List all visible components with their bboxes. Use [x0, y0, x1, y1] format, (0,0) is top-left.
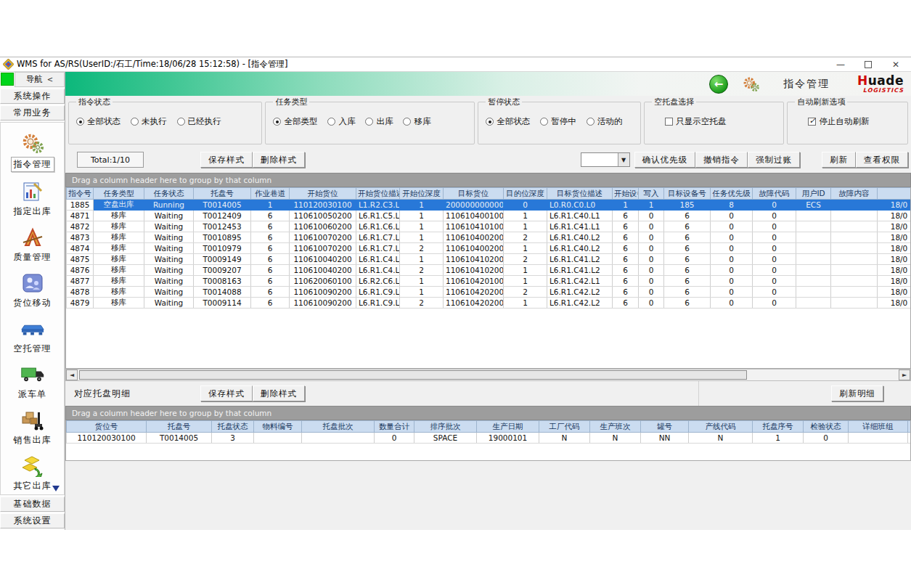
nav-header[interactable]: 导航 <	[15, 72, 65, 87]
radio-icon[interactable]	[177, 118, 185, 126]
pallet-detail-row[interactable]: 110120030100T001400530SPACE19000101NNNNN…	[67, 433, 911, 444]
radio-出库[interactable]: 出库	[365, 116, 393, 127]
checkbox-icon[interactable]	[665, 118, 673, 126]
radio-未执行[interactable]: 未执行	[131, 116, 167, 127]
button-删除样式[interactable]: 删除样式	[253, 152, 305, 168]
radio-活动的[interactable]: 活动的	[587, 116, 623, 127]
sidebar-item-6[interactable]: 派车单	[2, 360, 63, 403]
scroll-left-icon[interactable]: ◄	[66, 369, 78, 380]
column-header[interactable]: 指令号	[67, 188, 94, 200]
instruction-row[interactable]: 4872移库WaitingT00124536110610060200L6.R1.…	[67, 221, 911, 232]
sidebar-item-5[interactable]: 空托管理	[2, 314, 63, 357]
column-header[interactable]: 作业巷道	[251, 188, 290, 200]
back-button[interactable]: ←	[709, 75, 728, 94]
instruction-row[interactable]: 4876移库WaitingT00092076110610040200L6.R1.…	[67, 265, 911, 276]
column-header[interactable]: 生产班次	[590, 421, 641, 433]
scrollbar-thumb[interactable]	[79, 370, 747, 380]
checkbox-icon[interactable]	[808, 118, 816, 126]
scroll-down-icon[interactable]	[52, 486, 60, 491]
radio-icon[interactable]	[76, 118, 84, 126]
instruction-row[interactable]: 4879移库WaitingT00091146110610090200L6.R1.…	[67, 298, 911, 309]
minimize-icon[interactable]: —	[836, 60, 846, 70]
refresh-detail-button[interactable]: 刷新明细	[831, 385, 883, 401]
scrollbar-track[interactable]	[78, 369, 899, 380]
button-强制过账[interactable]: 强制过账	[748, 152, 800, 168]
sidebar-section-system-settings[interactable]: 系统设置	[0, 513, 65, 528]
column-header[interactable]: 备注	[908, 421, 911, 433]
column-header[interactable]: 任务状态	[144, 188, 194, 200]
radio-全部类型[interactable]: 全部类型	[273, 116, 317, 127]
column-header[interactable]: 托盘批次	[302, 421, 375, 433]
radio-icon[interactable]	[327, 118, 335, 126]
column-header[interactable]: 故障代码	[753, 188, 796, 200]
column-header[interactable]: 生产日期	[477, 421, 539, 433]
sidebar-section-system-ops[interactable]: 系统操作	[0, 89, 65, 104]
column-header[interactable]: 罐号	[641, 421, 689, 433]
instruction-row[interactable]: 4875移库WaitingT00091496110610040200L6.R1.…	[67, 254, 911, 265]
instruction-row[interactable]: 4877移库WaitingT00081636110620060100L6.R2.…	[67, 276, 911, 287]
sidebar-item-1[interactable]: 指令管理	[2, 128, 63, 174]
column-header[interactable]: 任务优先级	[711, 188, 753, 200]
radio-全部状态[interactable]: 全部状态	[486, 116, 530, 127]
button-保存样式[interactable]: 保存样式	[200, 152, 253, 168]
column-header[interactable]: 任务类型	[94, 188, 144, 200]
radio-icon[interactable]	[131, 118, 139, 126]
column-header[interactable]: 用户ID	[796, 188, 831, 200]
column-header[interactable]: 产线代码	[689, 421, 753, 433]
radio-icon[interactable]	[587, 118, 595, 126]
column-header[interactable]: 物料编号	[254, 421, 302, 433]
checkbox-只显示空托盘[interactable]: 只显示空托盘	[665, 116, 726, 127]
column-header[interactable]: 目标货位描述	[547, 188, 613, 200]
column-header[interactable]	[878, 188, 911, 200]
column-header[interactable]: 托盘序号	[753, 421, 804, 433]
column-header[interactable]: 详细班组	[849, 421, 908, 433]
column-header[interactable]: 托盘号	[147, 421, 212, 433]
column-header[interactable]: 目标设备号	[664, 188, 711, 200]
priority-dropdown[interactable]: ▼	[581, 152, 630, 167]
detail-button-保存样式[interactable]: 保存样式	[200, 385, 253, 401]
column-header[interactable]: 开始位深度	[400, 188, 444, 200]
horizontal-scrollbar[interactable]: ◄ ►	[65, 369, 911, 381]
detail-grid-groupby-bar[interactable]: Drag a column header here to group by th…	[65, 406, 911, 420]
radio-移库[interactable]: 移库	[403, 116, 430, 127]
column-header[interactable]: 托盘号	[194, 188, 251, 200]
column-header[interactable]: 数量合计	[375, 421, 414, 433]
instruction-row[interactable]: 4873移库WaitingT00108956110610070200L6.R1.…	[67, 232, 911, 243]
checkbox-停止自动刷新[interactable]: 停止自动刷新	[808, 116, 869, 127]
button-刷新[interactable]: 刷新	[822, 152, 856, 168]
column-header[interactable]: 目标货位	[444, 188, 504, 200]
radio-全部状态[interactable]: 全部状态	[76, 116, 120, 127]
column-header[interactable]: 故障内容	[831, 188, 878, 200]
radio-已经执行[interactable]: 已经执行	[177, 116, 221, 127]
column-header[interactable]: 写入	[639, 188, 664, 200]
radio-入库[interactable]: 入库	[327, 116, 355, 127]
column-header[interactable]: 开始设备	[613, 188, 639, 200]
button-确认优先级[interactable]: 确认优先级	[634, 152, 696, 168]
column-header[interactable]: 检验状态	[804, 421, 849, 433]
detail-button-删除样式[interactable]: 删除样式	[253, 385, 305, 401]
radio-icon[interactable]	[540, 118, 548, 126]
column-header[interactable]: 工厂代码	[539, 421, 590, 433]
sidebar-item-4[interactable]: 货位移动	[2, 269, 63, 311]
close-icon[interactable]: ✕	[891, 60, 901, 70]
instruction-row[interactable]: 4878移库WaitingT00140886110610090200L6.R1.…	[67, 287, 911, 298]
button-查看权限[interactable]: 查看权限	[856, 152, 908, 168]
restore-icon[interactable]	[865, 61, 872, 68]
sidebar-item-2[interactable]: 指定出库	[2, 177, 63, 220]
sidebar-item-3[interactable]: 质量管理	[2, 223, 63, 266]
sidebar-item-7[interactable]: 销售出库	[2, 406, 63, 449]
column-header[interactable]: 货位号	[67, 421, 147, 433]
button-撤销指令[interactable]: 撤销指令	[695, 152, 748, 168]
sidebar-section-base-data[interactable]: 基础数据	[0, 497, 65, 512]
main-grid-groupby-bar[interactable]: Drag a column header here to group by th…	[65, 173, 911, 187]
instruction-row[interactable]: 4871移库WaitingT00124096110610050200L6.R1.…	[67, 211, 911, 221]
radio-icon[interactable]	[403, 118, 411, 126]
radio-icon[interactable]	[273, 118, 281, 126]
column-header[interactable]: 开始货位描述	[356, 188, 400, 200]
radio-icon[interactable]	[365, 118, 373, 126]
nav-collapse-icon[interactable]: <	[47, 75, 53, 83]
scroll-right-icon[interactable]: ►	[899, 369, 910, 380]
radio-icon[interactable]	[486, 118, 494, 126]
instruction-row[interactable]: 1885空盘出库RunningT00140051110120030100L1.R…	[67, 200, 911, 211]
chevron-down-icon[interactable]: ▼	[618, 153, 629, 166]
